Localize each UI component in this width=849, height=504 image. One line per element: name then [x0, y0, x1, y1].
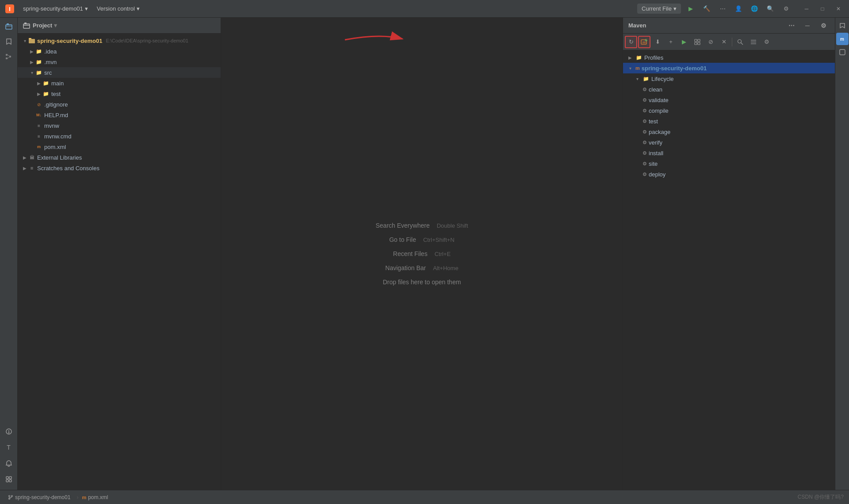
maven-run-button[interactable]: ▶: [678, 36, 690, 48]
compile-gear-icon: ⚙: [642, 108, 647, 114]
hint-nav-label: Navigation Bar: [385, 264, 426, 271]
project-panel-header[interactable]: Project ▾: [18, 18, 221, 34]
svg-point-11: [8, 432, 9, 433]
maven-reload-button[interactable]: ↻: [625, 36, 637, 48]
maven-settings-gear[interactable]: ⚙: [817, 19, 830, 32]
install-label: install: [649, 150, 663, 157]
maven-download-sources[interactable]: ⬇: [651, 36, 664, 48]
test-arrow: ▶: [35, 90, 42, 97]
svg-point-26: [738, 39, 742, 43]
run-button[interactable]: ▶: [685, 3, 697, 15]
maven-run-lifecycle[interactable]: [691, 36, 704, 48]
maven-item-site[interactable]: ⚙ site: [623, 158, 835, 169]
svg-rect-22: [695, 39, 697, 42]
build-button[interactable]: 🔨: [700, 3, 713, 15]
close-button[interactable]: ✕: [831, 3, 845, 15]
maven-title: Maven: [628, 22, 646, 29]
maven-minimize[interactable]: ─: [801, 19, 814, 32]
maven-item-lifecycle[interactable]: ▾ 📁 Lifecycle: [623, 73, 835, 84]
tree-item-mvn[interactable]: ▶ 📁 .mvn: [18, 57, 221, 67]
tree-item-gitignore[interactable]: ▶ ⊘ .gitignore: [18, 99, 221, 110]
site-gear-icon: ⚙: [642, 161, 647, 167]
maven-item-package[interactable]: ⚙ package: [623, 126, 835, 137]
status-branch[interactable]: spring-security-demo01: [5, 493, 73, 501]
tree-item-helpmd[interactable]: ▶ M↓ HELP.md: [18, 110, 221, 120]
maven-skip-tests[interactable]: ⊘: [704, 36, 717, 48]
status-bar: spring-security-demo01 › m pom.xml CSDN …: [0, 490, 849, 504]
current-file-dropdown[interactable]: Current File ▾: [637, 4, 681, 14]
right-icon-gradle[interactable]: [836, 46, 849, 58]
file-type-icon: m: [82, 495, 86, 500]
maven-item-profiles[interactable]: ▶ 📁 Profiles: [623, 52, 835, 63]
sidebar-icon-bookmark[interactable]: [2, 34, 16, 49]
translate-button[interactable]: 🌐: [748, 3, 761, 15]
hint-drop-label: Drop files here to open them: [383, 279, 461, 286]
tree-item-mvnwcmd[interactable]: ▶ ≡ mvnw.cmd: [18, 131, 221, 141]
tree-item-test[interactable]: ▶ 📁 test: [18, 88, 221, 99]
mvnw-icon: ≡: [35, 122, 42, 129]
tree-item-mvnw[interactable]: ▶ ≡ mvnw: [18, 120, 221, 131]
right-icon-maven[interactable]: m: [836, 33, 849, 45]
maven-item-verify[interactable]: ⚙ verify: [623, 137, 835, 148]
svg-rect-5: [6, 57, 8, 59]
maven-find-usages[interactable]: [734, 36, 746, 48]
helpmd-label: HELP.md: [44, 112, 68, 118]
tree-item-pomxml[interactable]: ▶ m pom.xml: [18, 141, 221, 152]
vcs-button[interactable]: 👤: [732, 3, 745, 15]
maven-item-project[interactable]: ▾ m spring-security-demo01: [623, 63, 835, 73]
minimize-button[interactable]: ─: [799, 3, 814, 15]
maven-add-button[interactable]: +: [665, 36, 677, 48]
maven-more-options[interactable]: ⋯: [785, 19, 798, 32]
watermark: CSDN @你懂了吗?: [798, 493, 844, 501]
maven-item-deploy[interactable]: ⚙ deploy: [623, 169, 835, 179]
sidebar-icon-notifications[interactable]: [2, 456, 16, 470]
hint-recent-files: Recent Files Ctrl+E: [393, 250, 451, 257]
idea-folder-icon: 📁: [35, 48, 42, 55]
svg-rect-17: [24, 23, 27, 24]
scratches-icon: ≡: [28, 164, 35, 172]
maven-maven-settings[interactable]: ⚙: [761, 36, 773, 48]
sidebar-icon-structure[interactable]: [2, 50, 16, 64]
tree-item-root[interactable]: ▾ spring-security-demo01 E:\Code\IDEA\sp…: [18, 35, 221, 46]
maven-remove[interactable]: ✕: [718, 36, 730, 48]
lifecycle-folder-icon: 📁: [642, 75, 650, 82]
maven-item-compile[interactable]: ⚙ compile: [623, 105, 835, 116]
sidebar-icon-project[interactable]: [2, 19, 16, 34]
mvn-label: .mvn: [44, 59, 57, 65]
tree-item-extlibs[interactable]: ▶ 🏛 External Libraries: [18, 152, 221, 163]
project-name: spring-security-demo01: [23, 5, 83, 12]
maven-item-validate[interactable]: ⚙ validate: [623, 95, 835, 105]
maven-item-clean[interactable]: ⚙ clean: [623, 84, 835, 95]
svg-point-32: [9, 495, 10, 496]
maven-show-dependencies[interactable]: [747, 36, 760, 48]
svg-rect-31: [840, 50, 845, 55]
tree-item-main[interactable]: ▶ 📁 main: [18, 78, 221, 88]
more-options-button[interactable]: ⋯: [716, 3, 729, 15]
project-tree: ▾ spring-security-demo01 E:\Code\IDEA\sp…: [18, 34, 221, 490]
project-selector[interactable]: spring-security-demo01 ▾: [19, 4, 92, 14]
idea-arrow: ▶: [28, 48, 35, 55]
gitignore-icon: ⊘: [35, 101, 42, 108]
tree-item-src[interactable]: ▾ 📁 src: [18, 67, 221, 78]
hint-recent-key: Ctrl+E: [435, 251, 451, 257]
maven-add-maven-project[interactable]: m: [638, 36, 650, 48]
sidebar-icon-problems[interactable]: [2, 424, 16, 439]
right-icon-bookmark[interactable]: [836, 19, 849, 32]
tree-item-idea[interactable]: ▶ 📁 .idea: [18, 46, 221, 57]
settings-button[interactable]: ⚙: [780, 3, 792, 15]
sidebar-icon-plugins[interactable]: [2, 472, 16, 486]
clean-gear-icon: ⚙: [642, 87, 647, 92]
app-logo: I: [4, 3, 16, 15]
left-sidebar: T: [0, 18, 18, 490]
tree-item-scratches[interactable]: ▶ ≡ Scratches and Consoles: [18, 163, 221, 173]
maven-item-test[interactable]: ⚙ test: [623, 116, 835, 126]
idea-label: .idea: [44, 48, 57, 55]
extlibs-arrow: ▶: [21, 154, 28, 161]
maven-item-install[interactable]: ⚙ install: [623, 148, 835, 158]
sidebar-icon-todo[interactable]: T: [2, 440, 16, 454]
hint-goto-key: Ctrl+Shift+N: [423, 237, 455, 243]
version-control-selector[interactable]: Version control ▾: [93, 4, 143, 14]
verify-gear-icon: ⚙: [642, 140, 647, 145]
search-everywhere-button[interactable]: 🔍: [764, 3, 776, 15]
maximize-button[interactable]: □: [815, 3, 830, 15]
